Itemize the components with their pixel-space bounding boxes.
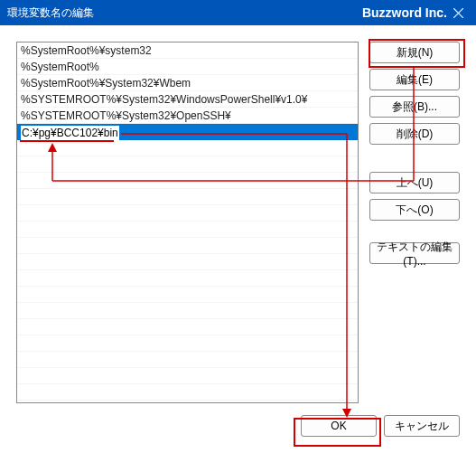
list-item-empty[interactable]: [17, 368, 358, 384]
list-item-empty[interactable]: [17, 189, 358, 205]
list-item-empty[interactable]: [17, 205, 358, 222]
path-list[interactable]: %SystemRoot%¥system32 %SystemRoot% %Syst…: [16, 42, 359, 403]
list-item[interactable]: %SYSTEMROOT%¥System32¥WindowsPowerShell¥…: [17, 91, 358, 108]
list-item[interactable]: %SystemRoot%¥system32: [17, 42, 358, 59]
close-button[interactable]: [440, 0, 476, 25]
titlebar: 環境変数名の編集 Buzzword Inc.: [0, 0, 476, 25]
list-item-empty[interactable]: [17, 384, 358, 401]
list-item-empty[interactable]: [17, 270, 358, 287]
list-item-empty[interactable]: [17, 254, 358, 270]
new-button[interactable]: 新規(N): [369, 42, 460, 63]
list-item[interactable]: %SystemRoot%: [17, 59, 358, 75]
cancel-button[interactable]: キャンセル: [384, 415, 460, 437]
move-up-button[interactable]: 上へ(U): [369, 172, 460, 193]
path-edit-input[interactable]: C:¥pg¥BCC102¥bin: [17, 124, 358, 140]
list-item-empty[interactable]: [17, 173, 358, 189]
window-title: 環境変数名の編集: [7, 5, 94, 21]
list-item[interactable]: %SystemRoot%¥System32¥Wbem: [17, 75, 358, 91]
move-down-button[interactable]: 下へ(O): [369, 199, 460, 221]
delete-button[interactable]: 削除(D): [369, 123, 460, 145]
list-item[interactable]: %SYSTEMROOT%¥System32¥OpenSSH¥: [17, 108, 358, 124]
edit-button[interactable]: 編集(E): [369, 69, 460, 90]
list-item-empty[interactable]: [17, 335, 358, 352]
close-icon: [453, 8, 463, 18]
ok-button[interactable]: OK: [301, 415, 377, 437]
list-item-empty[interactable]: [17, 319, 358, 335]
list-item-empty[interactable]: [17, 352, 358, 368]
brand-label: Buzzword Inc.: [94, 5, 469, 20]
list-item-empty[interactable]: [17, 222, 358, 238]
edit-text-button[interactable]: テキストの編集(T)...: [369, 242, 460, 264]
list-item-editing[interactable]: C:¥pg¥BCC102¥bin: [17, 124, 358, 140]
list-item-empty[interactable]: [17, 287, 358, 303]
list-item-empty[interactable]: [17, 140, 358, 156]
list-item-empty[interactable]: [17, 238, 358, 254]
list-item-empty[interactable]: [17, 303, 358, 319]
browse-button[interactable]: 参照(B)...: [369, 96, 460, 118]
list-item-empty[interactable]: [17, 156, 358, 173]
